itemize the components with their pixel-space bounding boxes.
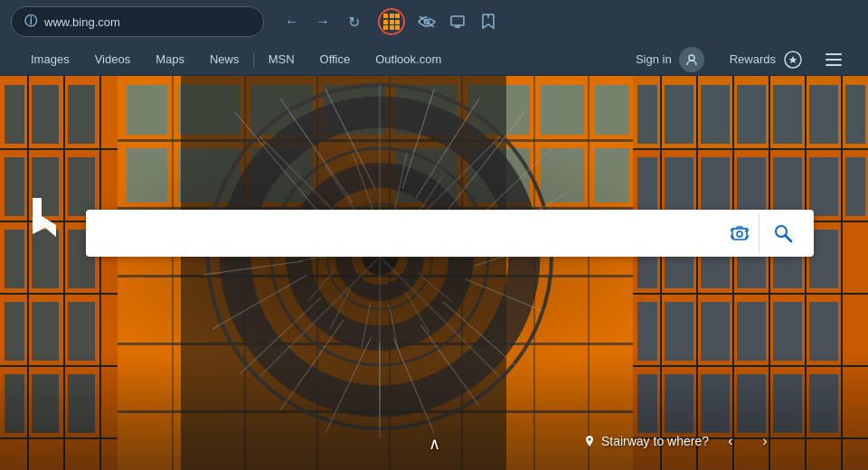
back-button[interactable]: ← (278, 8, 306, 35)
grid-icon (383, 14, 400, 30)
nav-link-msn[interactable]: MSN (256, 43, 307, 76)
url-text: www.bing.com (44, 15, 250, 29)
location-icon (583, 435, 596, 447)
main-content: ∧ Stairway to where? ‹ › (0, 76, 868, 470)
visual-search-button[interactable] (720, 213, 760, 253)
svg-rect-151 (732, 229, 747, 240)
hamburger-menu-button[interactable] (817, 43, 850, 76)
caption-bar: Stairway to where? ‹ › (583, 428, 778, 454)
search-input[interactable] (104, 224, 720, 243)
search-button[interactable] (763, 213, 803, 253)
apps-grid-button[interactable] (378, 8, 405, 35)
bookmark-icon-button[interactable] (474, 7, 503, 36)
svg-rect-1 (451, 16, 464, 25)
avatar (679, 47, 704, 72)
background-image (0, 76, 868, 470)
nav-link-maps[interactable]: Maps (143, 43, 197, 76)
collapse-button[interactable]: ∧ (429, 434, 440, 454)
nav-link-news[interactable]: News (197, 43, 252, 76)
nav-link-videos[interactable]: Videos (82, 43, 144, 76)
info-icon: ⓘ (24, 14, 37, 30)
caption-next-button[interactable]: › (752, 428, 778, 454)
svg-point-152 (737, 231, 742, 237)
incognito-icon-button[interactable] (412, 7, 441, 36)
caption-text: Stairway to where? (583, 434, 709, 448)
search-bar (86, 210, 814, 257)
svg-point-155 (588, 438, 590, 441)
search-container (86, 210, 814, 257)
nav-link-images[interactable]: Images (18, 43, 82, 76)
toolbar-icons (412, 7, 503, 36)
forward-button[interactable]: → (309, 8, 336, 35)
browser-chrome: ⓘ www.bing.com ← → ↻ (0, 0, 868, 43)
nav-buttons: ← → ↻ (278, 8, 367, 35)
sign-in-button[interactable]: Sign in (625, 43, 715, 76)
address-bar[interactable]: ⓘ www.bing.com (11, 6, 264, 37)
nav-link-outlook[interactable]: Outlook.com (363, 43, 454, 76)
refresh-button[interactable]: ↻ (340, 8, 367, 35)
svg-rect-150 (0, 76, 868, 470)
rewards-button[interactable]: Rewards (719, 43, 814, 76)
nav-right: Sign in Rewards (625, 43, 850, 76)
svg-point-2 (689, 55, 694, 61)
nav-bar: Images Videos Maps News | MSN Office Out… (0, 43, 868, 76)
cast-icon-button[interactable] (443, 7, 472, 36)
nav-link-office[interactable]: Office (307, 43, 363, 76)
svg-point-153 (745, 230, 747, 232)
caption-prev-button[interactable]: ‹ (718, 428, 743, 454)
bing-logo (25, 193, 66, 258)
